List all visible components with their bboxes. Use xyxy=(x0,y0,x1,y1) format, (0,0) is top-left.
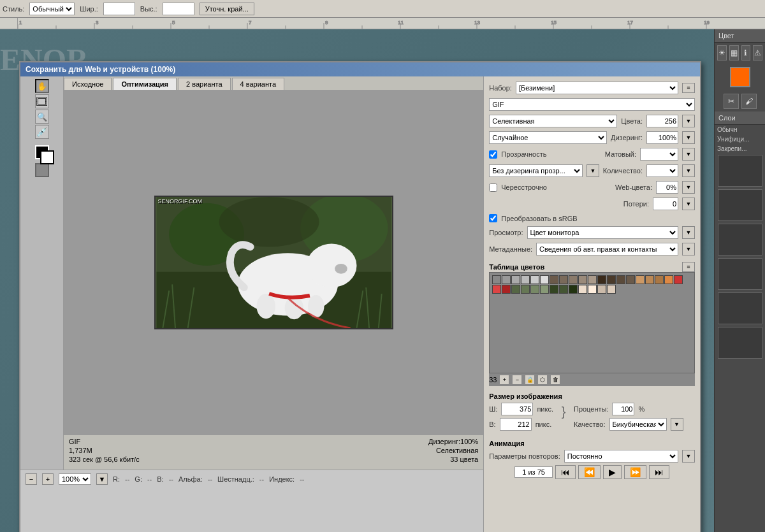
dither-dropdown-button[interactable]: ▼ xyxy=(682,131,695,144)
color-swatch-28[interactable] xyxy=(569,285,578,294)
hand-tool[interactable]: ✋ xyxy=(35,79,49,93)
color-swatch-0[interactable] xyxy=(492,275,501,284)
loss-dropdown-button[interactable]: ▼ xyxy=(682,198,695,210)
height-size-input[interactable] xyxy=(500,418,532,431)
width-size-input[interactable] xyxy=(501,403,533,415)
last-frame-button[interactable]: ⏭ xyxy=(649,465,669,479)
no-dither-select[interactable]: Без дизеринга прозр... xyxy=(489,164,583,177)
quantity-select[interactable] xyxy=(646,164,678,177)
color-swatch-26[interactable] xyxy=(550,285,558,294)
toggle-view[interactable] xyxy=(35,163,49,177)
zoom-tool[interactable]: 🔍 xyxy=(35,110,49,124)
matte-dropdown-button[interactable]: ▼ xyxy=(682,148,695,161)
color-swatch-3[interactable] xyxy=(521,275,530,284)
color-swatch-2[interactable] xyxy=(511,275,520,284)
quality-select[interactable]: Бикубическая xyxy=(609,418,667,431)
loop-dropdown-button[interactable]: ▼ xyxy=(682,450,695,463)
srgb-checkbox[interactable] xyxy=(489,214,497,222)
preview-select[interactable]: Цвет монитора xyxy=(527,226,678,239)
prev-frame-button[interactable]: ⏪ xyxy=(578,465,601,479)
background-color[interactable] xyxy=(40,150,54,164)
color-swatch-24[interactable] xyxy=(530,285,539,294)
color-table-menu-button[interactable]: ≡ xyxy=(682,262,695,272)
color-swatch-29[interactable] xyxy=(578,285,587,294)
color-swatch-1[interactable] xyxy=(502,275,511,284)
color-swatch-30[interactable] xyxy=(588,285,597,294)
color-swatch-9[interactable] xyxy=(578,275,587,284)
preview-dropdown-button[interactable]: ▼ xyxy=(682,226,695,239)
zoom-in-button[interactable]: + xyxy=(42,473,54,485)
color-swatch-27[interactable] xyxy=(559,285,568,294)
info-icon[interactable]: ℹ xyxy=(741,45,751,61)
layer-thumb-1[interactable] xyxy=(718,155,762,187)
scissors-icon[interactable]: ✂ xyxy=(724,94,739,109)
play-button[interactable]: ▶ xyxy=(603,465,622,479)
loss-input[interactable] xyxy=(653,198,678,210)
color-swatch-7[interactable] xyxy=(559,275,568,284)
dither-input[interactable] xyxy=(646,131,678,144)
color-swatch-19[interactable] xyxy=(674,275,683,284)
delete-color-button[interactable]: − xyxy=(512,375,522,385)
color-swatch-25[interactable] xyxy=(540,285,549,294)
brush-icon[interactable]: 🖌 xyxy=(741,94,757,109)
layer-thumb-2[interactable] xyxy=(718,189,762,221)
color-swatch-17[interactable] xyxy=(655,275,664,284)
zoom-out-button[interactable]: − xyxy=(26,473,37,485)
add-color-button[interactable]: + xyxy=(499,375,509,385)
matte-select[interactable] xyxy=(640,148,678,161)
color-swatch-14[interactable] xyxy=(626,275,635,284)
tab-two-up[interactable]: 2 варианта xyxy=(178,78,231,90)
color-reduction-select[interactable]: Селективная xyxy=(489,115,617,127)
format-select[interactable]: GIF JPEG PNG-8 PNG-24 xyxy=(489,98,695,111)
web-safe-button[interactable]: ⬡ xyxy=(537,375,548,385)
color-swatch-13[interactable] xyxy=(616,275,625,284)
color-swatch-11[interactable] xyxy=(597,275,606,284)
color-swatch-22[interactable] xyxy=(511,285,520,294)
layer-thumb-3[interactable] xyxy=(718,224,762,255)
color-swatch-15[interactable] xyxy=(636,275,645,284)
color-swatch-23[interactable] xyxy=(521,285,530,294)
next-frame-button[interactable]: ⏩ xyxy=(624,465,646,479)
tab-four-up[interactable]: 4 варианта xyxy=(232,78,285,90)
zoom-select[interactable]: 100% 50% 200% xyxy=(59,473,91,485)
sun-icon[interactable]: ☀ xyxy=(717,45,727,61)
percent-input[interactable] xyxy=(612,403,634,415)
web-colors-dropdown-button[interactable]: ▼ xyxy=(682,181,695,194)
preset-select[interactable]: [Безимени] xyxy=(516,82,678,94)
color-swatch-16[interactable] xyxy=(645,275,654,284)
layer-thumb-5[interactable] xyxy=(718,292,762,324)
width-input[interactable] xyxy=(103,3,135,15)
color-swatch-6[interactable] xyxy=(550,275,558,284)
web-colors-input[interactable] xyxy=(656,181,678,194)
tab-source[interactable]: Исходное xyxy=(64,78,112,90)
quality-dropdown-button[interactable]: ▼ xyxy=(671,418,683,431)
loop-select[interactable]: Постоянно xyxy=(564,450,678,463)
color-swatch-31[interactable] xyxy=(597,285,606,294)
metadata-select[interactable]: Сведения об авт. правах и контакты xyxy=(536,243,678,255)
refine-edge-button[interactable]: Уточн. край... xyxy=(200,3,254,15)
colors-input[interactable] xyxy=(646,115,678,127)
dithering-select[interactable]: Случайное xyxy=(489,131,607,144)
quantity-dropdown-button[interactable]: ▼ xyxy=(682,164,695,177)
color-swatch-18[interactable] xyxy=(664,275,673,284)
color-swatch-8[interactable] xyxy=(569,275,578,284)
color-swatch-12[interactable] xyxy=(607,275,616,284)
color-swatch-orange[interactable] xyxy=(730,67,750,87)
interlace-checkbox[interactable] xyxy=(489,183,497,192)
foreground-color[interactable] xyxy=(35,145,49,159)
color-swatch-4[interactable] xyxy=(530,275,539,284)
color-swatch-21[interactable] xyxy=(502,285,511,294)
color-swatch-20[interactable] xyxy=(492,285,501,294)
colors-dropdown-button[interactable]: ▼ xyxy=(682,115,695,127)
color-swatch-10[interactable] xyxy=(588,275,597,284)
height-input[interactable] xyxy=(163,3,194,15)
layer-thumb-6[interactable] xyxy=(718,327,762,359)
eyedropper-tool[interactable]: 💉 xyxy=(35,125,49,139)
no-dither-dropdown-button[interactable]: ▼ xyxy=(586,164,599,177)
transparency-checkbox[interactable] xyxy=(489,150,497,159)
color-swatch-32[interactable] xyxy=(607,285,616,294)
metadata-dropdown-button[interactable]: ▼ xyxy=(682,243,695,255)
trash-color-button[interactable]: 🗑 xyxy=(550,375,560,385)
first-frame-button[interactable]: ⏮ xyxy=(555,465,576,479)
style-select[interactable]: Обычный xyxy=(29,3,75,15)
